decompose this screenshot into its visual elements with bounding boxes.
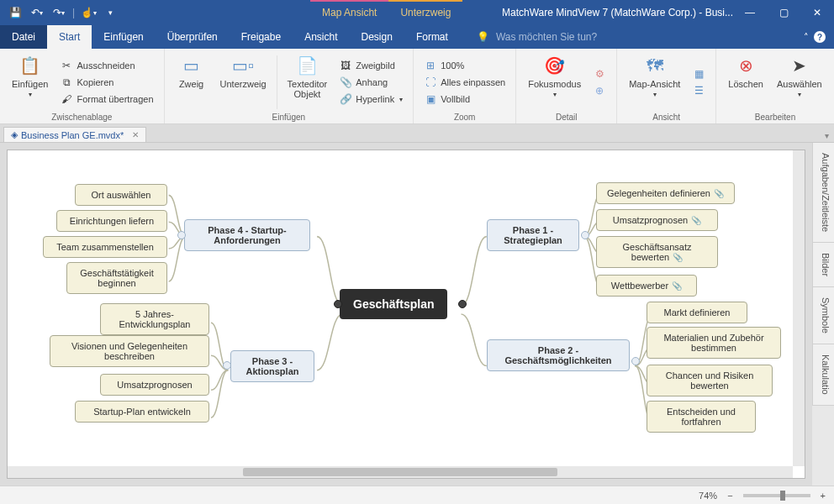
ribbon-group-edit: ⊗Löschen ➤Auswählen▾ Bearbeiten (716, 49, 833, 123)
select-button[interactable]: ➤Auswählen▾ (772, 52, 827, 113)
touch-mode-icon[interactable]: ☝▾ (78, 3, 98, 23)
zoom100-button[interactable]: ⊞100% (420, 58, 509, 73)
mindmap-canvas[interactable]: Geschäftsplan Phase 4 - Startup-Anforder… (7, 150, 805, 479)
zoom-out-icon[interactable]: − (727, 491, 732, 501)
root-node[interactable]: Geschäftsplan (340, 289, 447, 319)
collapse-ribbon-icon[interactable]: ˄ (804, 32, 809, 43)
undo-icon[interactable]: ↶▾ (27, 3, 47, 23)
fitall-button[interactable]: ⛶Alles einpassen (420, 75, 509, 90)
document-tab[interactable]: ◈ Business Plan GE.mvdx* ✕ (3, 127, 146, 142)
help-icon[interactable]: ? (814, 31, 826, 43)
expand-dot[interactable] (177, 231, 186, 239)
detail-btn2[interactable]: ⊕ (589, 83, 610, 98)
hyperlink-button[interactable]: 🔗Hyperlink▾ (335, 92, 406, 107)
phase2-node[interactable]: Phase 2 - Geschäftsmöglichkeiten (487, 339, 630, 371)
branch-icon: ▭ (180, 54, 203, 77)
vertical-scrollbar[interactable] (793, 150, 805, 466)
zoom-slider[interactable] (743, 494, 810, 497)
ribbon: 📋 Einfügen ▾ ✂Ausschneiden ⧉Kopieren 🖌Fo… (0, 49, 834, 124)
expand-dot[interactable] (458, 300, 467, 308)
phase2-child-3[interactable]: Entscheiden und fortfahren (647, 401, 756, 433)
branchimage-button[interactable]: 🖼Zweigbild (335, 58, 406, 73)
close-tab-icon[interactable]: ✕ (132, 130, 139, 139)
expand-dot[interactable] (581, 231, 589, 239)
phase2-child-1[interactable]: Materialien und Zubehör bestimmen (647, 327, 781, 359)
phase3-child-0[interactable]: 5 Jahres-Entwicklungsplan (100, 303, 209, 335)
delete-label: Löschen (728, 79, 763, 89)
phase3-child-3[interactable]: Startup-Plan entwickeln (75, 401, 209, 423)
tell-me-search[interactable]: 💡 Was möchten Sie tun? (477, 25, 597, 49)
save-icon[interactable]: 💾 (5, 3, 25, 23)
side-tab-images[interactable]: Bilder (812, 243, 834, 287)
phase1-child-1[interactable]: Umsatzprognosen📎 (596, 209, 718, 231)
expand-dot[interactable] (334, 300, 342, 308)
phase4-child-2[interactable]: Team zusammenstellen (43, 236, 167, 258)
phase1-child-3[interactable]: Wettbewerber📎 (596, 275, 697, 297)
cut-button[interactable]: ✂Ausschneiden (56, 58, 156, 73)
phase1-child-0[interactable]: Gelegenheiten definieren📎 (596, 182, 735, 204)
edit-group-label: Bearbeiten (716, 113, 833, 122)
qat-customize-icon[interactable]: ▾ (100, 3, 120, 23)
minimize-button[interactable]: — (733, 0, 767, 25)
context-tab-unterzweig[interactable]: Unterzweig (388, 0, 462, 25)
side-tab-tasks[interactable]: Aufgaben/Zeitleiste (812, 143, 834, 243)
menu-freigabe[interactable]: Freigabe (230, 25, 293, 49)
menu-start[interactable]: Start (47, 25, 92, 49)
phase3-child-1[interactable]: Visionen und Gelegenheiten beschreiben (50, 335, 209, 367)
phase2-child-2[interactable]: Chancen und Risiken bewerten (647, 365, 773, 396)
menu-design[interactable]: Design (350, 25, 404, 49)
phase4-child-0[interactable]: Ort auswählen (75, 184, 167, 206)
tab-dropdown-icon[interactable]: ▾ (820, 129, 834, 142)
menu-einfuegen[interactable]: Einfügen (92, 25, 155, 49)
phase3-node[interactable]: Phase 3 - Aktionsplan (230, 350, 314, 382)
horizontal-scrollbar[interactable] (8, 466, 793, 478)
maximize-button[interactable]: ▢ (767, 0, 800, 25)
delete-button[interactable]: ⊗Löschen (723, 52, 768, 113)
menu-ansicht[interactable]: Ansicht (293, 25, 349, 49)
view-btn1[interactable]: ▦ (689, 66, 709, 81)
redo-icon[interactable]: ↷▾ (49, 3, 69, 23)
tell-me-placeholder: Was möchten Sie tun? (496, 31, 597, 43)
menubar: Datei Start Einfügen Überprüfen Freigabe… (0, 25, 834, 49)
ribbon-group-detail: 🎯Fokusmodus▾ ⚙ ⊕ Detail (516, 49, 617, 123)
copy-button[interactable]: ⧉Kopieren (56, 75, 156, 90)
side-tab-symbols[interactable]: Symbole (812, 287, 834, 344)
phase1-child-3-label: Wettbewerber (611, 281, 668, 291)
phase3-child-2[interactable]: Umsatzprognosen (100, 374, 209, 396)
zoom-thumb[interactable] (780, 491, 785, 501)
phase4-child-3[interactable]: Geschäftstätigkeit beginnen (66, 262, 167, 294)
close-button[interactable]: ✕ (800, 0, 834, 25)
scrollbar-thumb[interactable] (243, 468, 557, 476)
detail-btn1[interactable]: ⚙ (589, 66, 610, 81)
menu-datei[interactable]: Datei (0, 25, 47, 49)
format-painter-button[interactable]: 🖌Format übertragen (56, 92, 156, 107)
phase2-child-0[interactable]: Markt definieren (647, 302, 747, 323)
context-tab-map[interactable]: Map Ansicht (310, 0, 388, 25)
mapview-button[interactable]: 🗺Map-Ansicht▾ (624, 52, 685, 113)
phase4-node[interactable]: Phase 4 - Startup-Anforderungen (184, 219, 310, 251)
expand-dot[interactable] (631, 357, 640, 365)
view-btn2[interactable]: ☰ (689, 83, 709, 98)
expand-dot[interactable] (223, 361, 231, 370)
attachment-icon: 📎 (673, 253, 683, 262)
menu-ueberpruefen[interactable]: Überprüfen (156, 25, 230, 49)
attachment-button[interactable]: 📎Anhang (335, 75, 406, 90)
subbranch-button[interactable]: ▭▫Unterzweig (215, 52, 272, 113)
detail-group-label: Detail (516, 113, 616, 122)
focus-icon: 🎯 (543, 54, 567, 77)
phase4-child-1[interactable]: Einrichtungen liefern (56, 210, 167, 232)
cut-icon: ✂ (60, 59, 73, 72)
menu-format[interactable]: Format (404, 25, 460, 49)
zoom-in-icon[interactable]: + (821, 491, 826, 501)
phase1-node[interactable]: Phase 1 - Strategieplan (487, 219, 579, 251)
branch-button[interactable]: ▭Zweig (172, 52, 212, 113)
paste-button[interactable]: 📋 Einfügen ▾ (7, 52, 53, 113)
hyperlink-label: Hyperlink (356, 94, 394, 104)
texteditor-button[interactable]: 📄Texteditor Objekt (282, 52, 333, 113)
fullscreen-button[interactable]: ▣Vollbild (420, 92, 509, 107)
canvas-wrap: Geschäftsplan Phase 4 - Startup-Anforder… (0, 143, 812, 486)
context-tabs: Map Ansicht Unterzweig (310, 0, 462, 25)
side-tab-calc[interactable]: Kalkulatio (812, 344, 834, 406)
focusmode-button[interactable]: 🎯Fokusmodus▾ (523, 52, 586, 113)
phase1-child-2[interactable]: Geschäftsansatz bewerten📎 (596, 236, 718, 268)
